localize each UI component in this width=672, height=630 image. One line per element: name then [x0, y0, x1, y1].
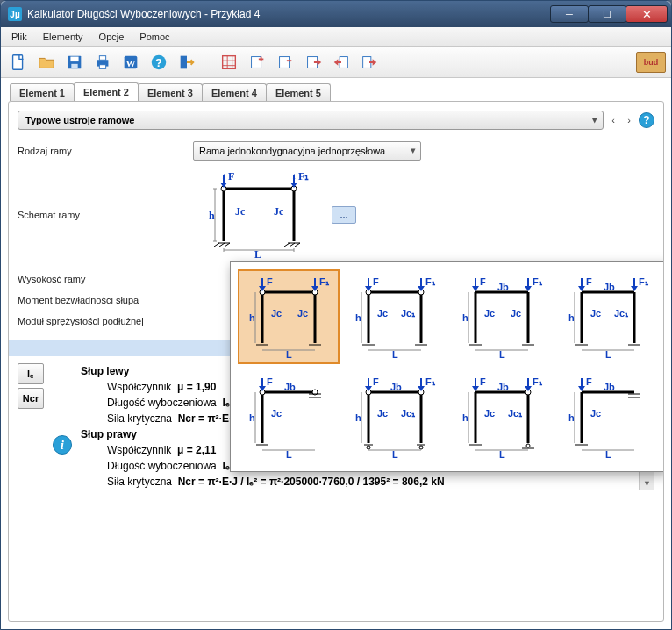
svg-text:F: F — [480, 276, 486, 287]
svg-text:Jc: Jc — [297, 308, 308, 319]
menu-elements[interactable]: Elementy — [36, 30, 90, 44]
frame-type-label: Typowe ustroje ramowe — [25, 115, 135, 125]
svg-text:Jc: Jc — [274, 205, 284, 218]
svg-text:W: W — [126, 57, 136, 68]
r-force-label: Siła krytyczna — [107, 476, 172, 488]
content-panel: Typowe ustroje ramowe ‹ › ? Rodzaj ramy … — [8, 101, 664, 622]
minimize-button[interactable]: ─ — [550, 5, 589, 23]
prev-type-button[interactable]: ‹ — [607, 115, 619, 125]
tab-element-2[interactable]: Element 2 — [74, 82, 139, 102]
frame-schema-diagram: ↓F ↓F₁ JcJc hL — [193, 167, 325, 263]
rodzaj-value: Rama jednokondygnacyjna jednoprzęsłowa — [199, 146, 385, 156]
word-export-icon[interactable]: W — [118, 50, 143, 75]
close-button[interactable]: ✕ — [626, 5, 668, 23]
svg-text:h: h — [209, 210, 215, 222]
schema-option-7[interactable]: FF₁JbJcJc₁hL — [451, 369, 553, 464]
svg-text:Jb: Jb — [604, 282, 615, 292]
svg-text:Jc: Jc — [271, 408, 282, 419]
open-file-icon[interactable] — [34, 50, 59, 75]
schema-popup: FF₁JcJchL FF₁JcJc₁hL FF₁JbJcJchL FF₁JbJc… — [230, 261, 664, 472]
label-wysokosc: Wysokość ramy — [18, 268, 193, 290]
schema-option-8[interactable]: FJbJchL — [558, 369, 660, 464]
maximize-button[interactable]: ☐ — [588, 5, 626, 23]
svg-text:F: F — [373, 276, 379, 287]
add-element-icon[interactable] — [245, 50, 269, 75]
svg-rect-5 — [99, 55, 105, 60]
app-window: Jµ Kalkulator Długości Wyboczeniowych - … — [0, 0, 672, 630]
label-modul: Moduł sprężystości podłużnej — [18, 311, 193, 332]
le-button[interactable]: lₑ — [18, 363, 44, 384]
schema-option-3[interactable]: FF₁JbJcJchL — [451, 269, 553, 364]
l-force-label: Siła krytyczna — [107, 412, 172, 425]
schema-option-5[interactable]: FJbJchL — [238, 369, 340, 464]
label-schemat: Schemat ramy — [18, 204, 193, 226]
svg-text:F: F — [480, 376, 486, 387]
exit-icon[interactable] — [175, 50, 199, 75]
svg-rect-2 — [70, 56, 78, 61]
r-coef: μ = 2,11 — [177, 444, 216, 456]
help-button[interactable]: ? — [639, 112, 654, 128]
svg-text:Jc₁: Jc₁ — [508, 408, 523, 419]
r-len-label: Długość wyboczeniowa — [107, 460, 217, 472]
move-left-icon[interactable] — [329, 50, 354, 75]
svg-text:Jb: Jb — [497, 282, 509, 292]
svg-text:F: F — [586, 376, 592, 387]
tab-element-4[interactable]: Element 4 — [202, 83, 267, 101]
schema-option-1[interactable]: FF₁JcJchL — [238, 269, 340, 364]
rodzaj-dropdown[interactable]: Rama jednokondygnacyjna jednoprzęsłowa — [193, 141, 421, 161]
schema-option-2[interactable]: FF₁JcJc₁hL — [345, 269, 447, 364]
next-type-button[interactable]: › — [623, 115, 635, 125]
help-icon[interactable]: ? — [147, 50, 171, 75]
import-icon[interactable] — [301, 50, 325, 75]
remove-element-icon[interactable] — [273, 50, 297, 75]
window-title: Kalkulator Długości Wyboczeniowych - Prz… — [27, 8, 551, 20]
l-coef: μ = 1,90 — [177, 381, 216, 393]
titlebar[interactable]: Jµ Kalkulator Długości Wyboczeniowych - … — [1, 1, 671, 27]
schema-more-button[interactable]: ... — [332, 206, 356, 224]
svg-text:F₁: F₁ — [425, 376, 436, 387]
svg-rect-14 — [280, 56, 290, 68]
svg-text:F: F — [267, 376, 273, 387]
menu-file[interactable]: Plik — [4, 30, 34, 44]
svg-text:Jc₁: Jc₁ — [401, 308, 416, 319]
svg-text:L: L — [392, 349, 398, 360]
save-icon[interactable] — [62, 50, 87, 75]
svg-text:h: h — [249, 312, 255, 323]
schema-option-4[interactable]: FF₁JbJcJc₁hL — [558, 269, 660, 364]
svg-text:F: F — [373, 376, 379, 387]
svg-text:L: L — [605, 449, 611, 460]
svg-text:L: L — [286, 449, 292, 460]
menu-options[interactable]: Opcje — [92, 30, 132, 44]
svg-text:F: F — [267, 276, 273, 287]
brand-logo[interactable]: bud — [636, 52, 666, 73]
tab-element-5[interactable]: Element 5 — [266, 83, 331, 101]
svg-point-84 — [526, 444, 530, 447]
svg-text:Jc: Jc — [235, 205, 246, 218]
element-tabs: Element 1 Element 2 Element 3 Element 4 … — [1, 78, 671, 101]
print-icon[interactable] — [90, 50, 115, 75]
svg-text:h: h — [462, 312, 468, 323]
move-right-icon[interactable] — [357, 50, 382, 75]
svg-text:h: h — [355, 312, 361, 323]
l-coef-label: Współczynnik — [107, 381, 171, 393]
svg-text:Jb: Jb — [604, 382, 615, 392]
svg-text:h: h — [462, 412, 468, 423]
tab-element-3[interactable]: Element 3 — [138, 83, 203, 101]
grid-icon[interactable] — [217, 50, 241, 75]
svg-text:F: F — [228, 170, 234, 183]
menu-help[interactable]: Pomoc — [132, 30, 176, 44]
svg-text:Jb: Jb — [390, 382, 402, 392]
tab-element-1[interactable]: Element 1 — [10, 83, 75, 101]
svg-text:F₁: F₁ — [319, 276, 330, 287]
svg-text:Jc: Jc — [377, 308, 388, 319]
new-file-icon[interactable] — [6, 50, 31, 75]
svg-text:h: h — [249, 412, 255, 423]
frame-type-dropdown[interactable]: Typowe ustroje ramowe — [18, 111, 604, 130]
schema-option-6[interactable]: FF₁JbJcJc₁hL — [345, 369, 447, 464]
ncr-button[interactable]: Ncr — [18, 388, 44, 409]
svg-text:L: L — [499, 449, 505, 460]
menubar: Plik Elementy Opcje Pomoc — [1, 27, 671, 47]
svg-text:F: F — [586, 276, 592, 287]
r-force: Ncr = π²·E·J / lₑ² = π²·205000·7760,0 / … — [178, 476, 445, 488]
app-icon: Jµ — [8, 7, 22, 21]
